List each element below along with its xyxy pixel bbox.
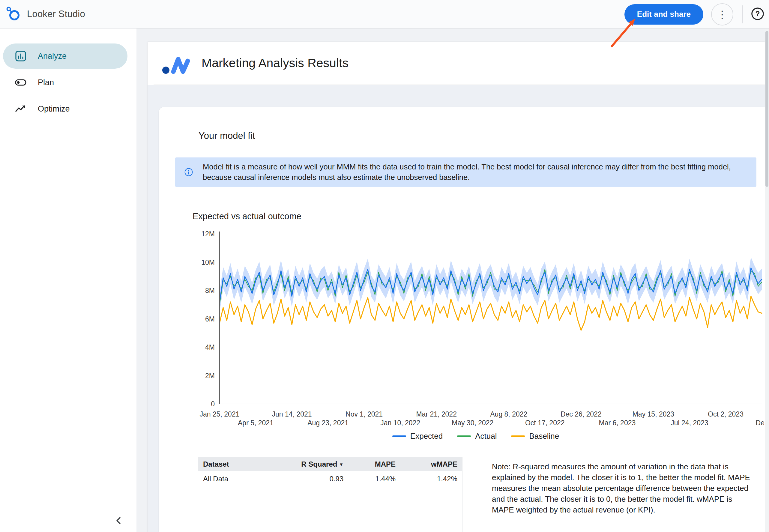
legend-label: Expected xyxy=(410,432,443,441)
svg-text:Dec: Dec xyxy=(756,419,764,427)
svg-text:8M: 8M xyxy=(205,287,215,294)
help-button[interactable]: ? xyxy=(750,7,765,22)
table-row: All Data 0.93 1.44% 1.42% xyxy=(198,471,462,487)
svg-text:10M: 10M xyxy=(201,259,215,266)
sidebar-item-plan[interactable]: Plan xyxy=(3,70,127,95)
svg-text:Nov 1, 2021: Nov 1, 2021 xyxy=(346,410,383,418)
sidebar-item-label: Plan xyxy=(38,78,54,87)
looker-studio-app: Looker Studio Edit and share ⋮ ? xyxy=(0,0,769,532)
svg-text:Jul 24, 2023: Jul 24, 2023 xyxy=(671,419,708,427)
help-icon: ? xyxy=(750,7,765,21)
table-header-row: Dataset R Squared▼ MAPE wMAPE xyxy=(198,457,462,471)
sidebar: Analyze Plan Optimize xyxy=(0,28,136,532)
svg-text:4M: 4M xyxy=(205,343,215,351)
vertical-scrollbar xyxy=(765,28,769,532)
card-title: Your model fit xyxy=(199,130,255,141)
svg-text:0: 0 xyxy=(211,400,215,408)
legend-label: Baseline xyxy=(529,432,559,441)
model-fit-info-banner: Model fit is a measure of how well your … xyxy=(175,157,756,187)
legend-item-baseline: Baseline xyxy=(511,432,559,441)
analyze-chart-icon xyxy=(14,50,27,62)
report-body: Your model fit Model fit is a measure of… xyxy=(148,85,765,532)
sidebar-item-label: Optimize xyxy=(38,104,70,114)
svg-text:Dec 26, 2022: Dec 26, 2022 xyxy=(561,410,602,418)
svg-text:Mar 21, 2022: Mar 21, 2022 xyxy=(416,410,457,418)
topbar-divider xyxy=(742,5,743,23)
cell-dataset: All Data xyxy=(198,471,259,487)
model-fit-chart: 02M4M6M8M10M12MJan 25, 2021Apr 5, 2021Ju… xyxy=(188,226,764,455)
sidebar-item-label: Analyze xyxy=(38,52,67,61)
chart-title: Expected vs actual outcome xyxy=(193,211,301,221)
page-title: Marketing Analysis Results xyxy=(202,56,349,70)
column-header-dataset[interactable]: Dataset xyxy=(198,457,259,471)
looker-logo-icon xyxy=(5,6,21,22)
legend-label: Actual xyxy=(475,432,497,441)
model-fit-table: Dataset R Squared▼ MAPE wMAPE xyxy=(198,457,462,532)
topbar: Looker Studio Edit and share ⋮ ? xyxy=(0,0,769,28)
report-header: Marketing Analysis Results xyxy=(148,42,765,85)
svg-text:12M: 12M xyxy=(201,230,215,238)
info-icon xyxy=(184,166,193,179)
model-fit-card: Your model fit Model fit is a measure of… xyxy=(159,107,765,532)
svg-text:May 30, 2022: May 30, 2022 xyxy=(452,419,493,427)
legend-item-expected: Expected xyxy=(392,432,443,441)
svg-text:Aug 23, 2021: Aug 23, 2021 xyxy=(307,419,349,427)
app-title: Looker Studio xyxy=(27,9,85,19)
column-header-mape[interactable]: MAPE xyxy=(348,457,400,471)
svg-text:Mar 6, 2023: Mar 6, 2023 xyxy=(599,419,636,427)
svg-text:Aug 8, 2022: Aug 8, 2022 xyxy=(490,410,527,418)
sidebar-collapse-button[interactable] xyxy=(112,513,126,528)
sidebar-item-analyze[interactable]: Analyze xyxy=(3,43,127,69)
column-header-rsquared[interactable]: R Squared▼ xyxy=(259,457,349,471)
model-fit-note: Note: R-squared measures the amount of v… xyxy=(492,462,756,515)
cell-mape: 1.44% xyxy=(348,471,400,487)
sidebar-item-optimize[interactable]: Optimize xyxy=(3,96,127,121)
svg-text:6M: 6M xyxy=(205,315,215,323)
kebab-icon: ⋮ xyxy=(717,9,727,19)
chart-legend: ExpectedActualBaseline xyxy=(188,432,764,441)
cell-rsquared: 0.93 xyxy=(259,471,349,487)
more-options-button[interactable]: ⋮ xyxy=(711,3,733,25)
svg-text:Jun 14, 2021: Jun 14, 2021 xyxy=(272,410,312,418)
info-banner-text: Model fit is a measure of how well your … xyxy=(203,162,747,183)
plan-toggle-icon xyxy=(14,76,27,89)
report-page: Marketing Analysis Results Your model fi… xyxy=(148,42,765,532)
scrollbar-thumb[interactable] xyxy=(765,31,768,187)
svg-text:Oct 2, 2023: Oct 2, 2023 xyxy=(708,410,744,418)
column-header-wmape[interactable]: wMAPE xyxy=(400,457,462,471)
chevron-left-icon xyxy=(114,516,123,525)
svg-text:2M: 2M xyxy=(205,372,215,380)
sort-descending-icon: ▼ xyxy=(339,462,343,467)
legend-swatch-icon xyxy=(457,435,471,437)
legend-swatch-icon xyxy=(511,435,525,437)
expected-vs-actual-chart: 02M4M6M8M10M12MJan 25, 2021Apr 5, 2021Ju… xyxy=(188,226,764,430)
svg-text:Jan 10, 2022: Jan 10, 2022 xyxy=(380,419,420,427)
svg-text:Apr 5, 2021: Apr 5, 2021 xyxy=(238,419,274,427)
svg-text:May 15, 2023: May 15, 2023 xyxy=(633,410,674,418)
svg-text:Jan 25, 2021: Jan 25, 2021 xyxy=(199,410,239,418)
svg-text:Oct 17, 2022: Oct 17, 2022 xyxy=(525,419,565,427)
brand: Looker Studio xyxy=(0,6,85,22)
cell-wmape: 1.42% xyxy=(400,471,462,487)
legend-item-actual: Actual xyxy=(457,432,497,441)
svg-text:?: ? xyxy=(756,10,760,18)
optimize-trending-up-icon xyxy=(14,103,27,115)
edit-and-share-button[interactable]: Edit and share xyxy=(624,4,703,25)
main-area: Marketing Analysis Results Your model fi… xyxy=(136,28,769,532)
legend-swatch-icon xyxy=(392,435,406,437)
topbar-actions: Edit and share ⋮ ? xyxy=(624,0,769,28)
meridian-logo-icon xyxy=(161,52,195,76)
